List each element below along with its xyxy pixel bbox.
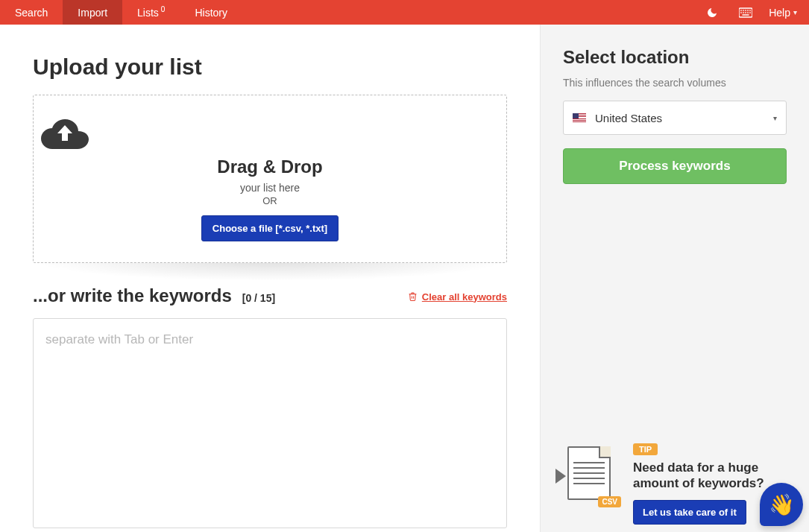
svg-rect-6 (740, 12, 742, 13)
clear-keywords-label: Clear all keywords (422, 291, 507, 303)
svg-rect-3 (745, 10, 746, 11)
write-heading: ...or write the keywords (33, 285, 232, 306)
location-heading: Select location (563, 47, 787, 68)
svg-rect-11 (743, 14, 749, 16)
main-panel: Upload your list Drag & Drop your list h… (0, 25, 540, 532)
keywords-textarea[interactable] (33, 318, 507, 528)
wave-hand-icon: 👋 (769, 493, 795, 517)
location-subtitle: This influences the search volumes (563, 77, 787, 89)
file-dropzone[interactable]: Drag & Drop your list here OR Choose a f… (33, 95, 507, 263)
clear-keywords[interactable]: Clear all keywords (408, 291, 507, 303)
nav-label: Import (78, 7, 107, 19)
location-selected-value: United States (595, 112, 662, 124)
nav-label: Lists (137, 7, 159, 19)
us-flag-icon (573, 113, 586, 122)
dark-mode-toggle[interactable] (696, 7, 728, 19)
nav-item-history[interactable]: History (180, 0, 242, 25)
svg-rect-10 (749, 12, 751, 13)
top-nav: Search Import Lists 0 History Help ▾ (0, 0, 809, 25)
process-keywords-button[interactable]: Process keywords (563, 148, 787, 184)
dropzone-subtitle: your list here (41, 182, 499, 194)
tip-card: CSV TIP Need data for a huge amount of k… (555, 442, 794, 525)
decorative-shadow (33, 263, 507, 281)
nav-right: Help ▾ (696, 0, 809, 25)
svg-rect-1 (740, 10, 742, 11)
svg-rect-4 (747, 10, 749, 11)
upload-cloud-icon (41, 116, 499, 151)
tip-cta-button[interactable]: Let us take care of it (633, 500, 746, 525)
nav-left: Search Import Lists 0 History (0, 0, 242, 25)
moon-icon (706, 7, 718, 19)
location-select[interactable]: United States ▾ (563, 101, 787, 135)
svg-rect-9 (747, 12, 749, 13)
nav-item-search[interactable]: Search (0, 0, 63, 25)
tip-cta-label: Let us take care of it (643, 507, 737, 518)
svg-rect-5 (749, 10, 751, 11)
keyword-counter: [0 / 15] (242, 292, 275, 304)
nav-item-import[interactable]: Import (63, 0, 122, 25)
chevron-down-icon: ▾ (773, 114, 777, 122)
nav-help[interactable]: Help ▾ (763, 7, 809, 19)
nav-label: Search (15, 7, 48, 19)
sidebar: Select location This influences the sear… (540, 25, 809, 532)
csv-illustration: CSV (555, 442, 623, 509)
choose-file-button[interactable]: Choose a file [*.csv, *.txt] (201, 215, 339, 241)
chevron-down-icon: ▾ (793, 8, 797, 16)
keyboard-icon (739, 7, 752, 18)
nav-help-label: Help (769, 7, 790, 19)
process-button-label: Process keywords (619, 159, 730, 173)
choose-file-label: Choose a file [*.csv, *.txt] (213, 223, 327, 234)
svg-rect-8 (745, 12, 746, 13)
tip-badge: TIP (633, 443, 658, 455)
dropzone-or: OR (41, 195, 499, 206)
nav-label: History (195, 7, 227, 19)
svg-rect-7 (743, 12, 744, 13)
upload-heading: Upload your list (33, 54, 507, 80)
csv-badge: CSV (598, 496, 621, 507)
keyboard-toggle[interactable] (728, 7, 763, 18)
trash-icon (408, 291, 418, 302)
nav-item-lists[interactable]: Lists 0 (122, 0, 180, 25)
svg-rect-2 (743, 10, 744, 11)
chat-widget-button[interactable]: 👋 (760, 483, 803, 526)
write-keywords-header: ...or write the keywords [0 / 15] Clear … (33, 285, 507, 306)
lists-count-badge: 0 (161, 5, 166, 13)
dropzone-title: Drag & Drop (41, 156, 499, 177)
